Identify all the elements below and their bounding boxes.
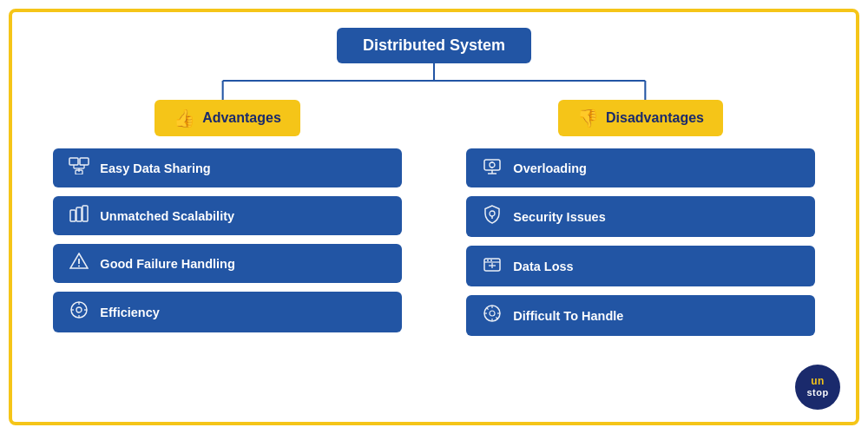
svg-point-18 [76,307,82,312]
scalability-icon [67,205,91,227]
outer-border: Distributed System 👍 Advantages [9,9,859,425]
svg-line-42 [487,308,489,310]
unstop-logo: un stop [795,365,840,410]
svg-point-37 [490,311,495,316]
svg-point-33 [490,260,492,261]
root-label: Distributed System [363,36,505,54]
svg-rect-23 [484,160,500,170]
disadvantages-column: 👎 Disadvantages [443,100,838,404]
easy-data-sharing-label: Easy Data Sharing [100,161,210,175]
thumbs-up-icon: 👍 [174,108,195,128]
connector-svg [30,63,838,100]
thumbs-down-icon: 👎 [577,108,599,128]
list-item: Easy Data Sharing [53,148,401,187]
security-issues-label: Security Issues [513,210,605,224]
efficiency-label: Efficiency [100,306,160,319]
list-item: Difficult To Handle [466,295,814,336]
main-connector [30,63,838,100]
efficiency-icon [67,300,91,324]
list-item: Unmatched Scalability [53,196,401,235]
list-item: Data Loss [466,246,814,286]
svg-rect-5 [80,158,89,165]
security-icon [480,205,504,228]
svg-line-43 [496,317,498,319]
disadvantages-header: 👎 Disadvantages [558,100,723,136]
failure-handling-icon [67,253,91,274]
svg-point-29 [490,211,495,216]
advantages-column: 👍 Advantages [30,100,425,404]
two-columns: 👍 Advantages [30,100,838,404]
list-item: Overloading [466,148,814,187]
data-loss-icon [480,254,504,278]
scalability-label: Unmatched Scalability [100,209,234,223]
data-sharing-icon [67,157,91,179]
overloading-icon [480,157,504,179]
root-node: Distributed System [337,28,531,63]
svg-rect-4 [69,158,78,165]
svg-point-16 [78,266,80,267]
svg-point-32 [487,260,489,261]
list-item: Good Failure Handling [53,244,401,283]
svg-rect-12 [76,207,82,221]
list-item: Efficiency [53,292,401,332]
advantages-list: Easy Data Sharing Unmatched Scalability [30,148,425,332]
svg-rect-11 [70,210,76,221]
difficult-icon [480,304,504,327]
data-loss-label: Data Loss [513,260,573,273]
disadvantages-list: Overloading Security Issues [443,148,838,336]
list-item: Security Issues [466,196,814,237]
advantages-header: 👍 Advantages [155,100,300,136]
overloading-label: Overloading [513,161,587,175]
advantages-label: Advantages [202,110,281,126]
unstop-text: un stop [806,376,828,398]
diagram-wrapper: Distributed System 👍 Advantages [30,28,838,404]
difficult-handle-label: Difficult To Handle [513,309,623,323]
failure-handling-label: Good Failure Handling [100,257,234,271]
svg-rect-13 [82,206,88,221]
disadvantages-label: Disadvantages [606,110,704,126]
